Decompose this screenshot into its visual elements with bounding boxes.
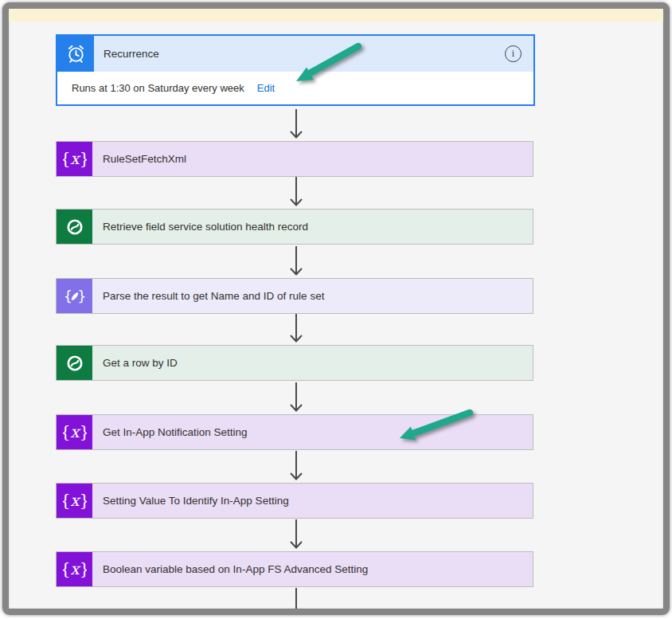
action-label: Retrieve field service solution health r… [103, 221, 308, 233]
action-label: Setting Value To Identify In-App Setting [103, 495, 289, 507]
action-boolean-variable[interactable]: {x} Boolean variable based on In-App FS … [56, 551, 533, 587]
edit-link[interactable]: Edit [257, 82, 275, 94]
screenshot-root: Recurrence i Runs at 1:30 on Saturday ev… [0, 0, 672, 619]
variable-icon: {x} [57, 552, 92, 586]
flow-connector-arrow [287, 177, 305, 207]
flow-connector-arrow [287, 519, 305, 550]
window-frame: Recurrence i Runs at 1:30 on Saturday ev… [2, 2, 670, 615]
parse-json-icon: { } [57, 279, 92, 313]
dataverse-icon [57, 346, 92, 380]
info-circle-icon[interactable]: i [505, 45, 522, 62]
svg-text:{x}: {x} [63, 422, 87, 441]
flow-connector-arrow [287, 313, 305, 343]
flow-connector-arrow [287, 109, 305, 139]
annotation-arrow-recurrence [287, 37, 375, 92]
svg-text:{: { [64, 288, 72, 304]
action-get-row-by-id[interactable]: Get a row by ID [56, 345, 533, 381]
action-label: RuleSetFetchXml [103, 153, 186, 165]
svg-text:{x}: {x} [63, 149, 87, 168]
variable-icon: {x} [57, 415, 92, 449]
svg-text:}: } [77, 288, 86, 304]
svg-text:{x}: {x} [63, 559, 87, 578]
action-setting-value-identify[interactable]: {x} Setting Value To Identify In-App Set… [56, 483, 533, 519]
top-accent-bar [9, 9, 663, 22]
action-label: Get a row by ID [103, 357, 178, 369]
flow-connector-arrow [287, 246, 305, 276]
action-label: Parse the result to get Name and ID of r… [103, 290, 324, 302]
variable-icon: {x} [57, 142, 92, 176]
flow-connector-line [287, 588, 305, 612]
action-label: Get In-App Notification Setting [103, 426, 248, 438]
variable-icon: {x} [57, 484, 92, 518]
svg-text:{x}: {x} [63, 491, 87, 510]
flow-connector-arrow [287, 451, 305, 481]
trigger-schedule-text: Runs at 1:30 on Saturday every week [72, 82, 244, 94]
action-retrieve-health-record[interactable]: Retrieve field service solution health r… [56, 209, 533, 245]
flow-connector-arrow [287, 382, 305, 413]
action-parse-result[interactable]: { } Parse the result to get Name and ID … [56, 278, 533, 314]
annotation-arrow-notification-setting [391, 403, 486, 451]
action-ruleset-fetchxml[interactable]: {x} RuleSetFetchXml [56, 141, 533, 177]
alarm-clock-icon [57, 36, 94, 72]
dataverse-icon [57, 210, 92, 244]
action-label: Boolean variable based on In-App FS Adva… [103, 563, 368, 575]
